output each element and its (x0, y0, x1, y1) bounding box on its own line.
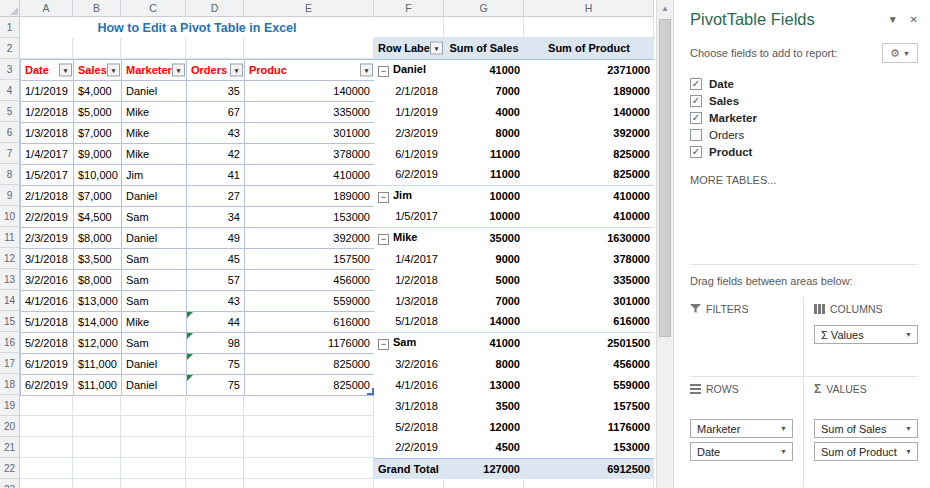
cell[interactable]: 1/2/2018 (21, 102, 74, 123)
cell[interactable]: $8,000 (74, 228, 122, 249)
pivot-product-value[interactable]: 825000 (524, 164, 654, 185)
cell[interactable]: 335000 (245, 102, 375, 123)
cell[interactable]: 1/3/2018 (21, 123, 74, 144)
cell[interactable]: Mike (122, 102, 187, 123)
vertical-scrollbar[interactable]: ▲ (656, 0, 673, 488)
field-item-sales[interactable]: ✓Sales (690, 92, 918, 109)
row-header-14[interactable]: 14 (0, 290, 20, 311)
cell[interactable]: Jim (122, 165, 187, 186)
pivot-product-value[interactable]: 153000 (524, 437, 654, 458)
pivot-product-value[interactable]: 157500 (524, 395, 654, 416)
collapse-button[interactable]: − (378, 66, 389, 77)
pivot-product-value[interactable]: 378000 (524, 248, 654, 269)
cell[interactable]: 75 (187, 354, 245, 375)
pivot-row-label[interactable]: Grand Total (374, 458, 444, 479)
cell[interactable]: 2/2/2019 (21, 207, 74, 228)
field-item-orders[interactable]: Orders (690, 126, 918, 143)
cell[interactable]: 825000 (245, 354, 375, 375)
pivot-sales-value[interactable]: 7000 (444, 80, 524, 101)
cell[interactable]: Daniel (122, 375, 187, 396)
cell[interactable]: Sam (122, 270, 187, 291)
column-filter-header[interactable]: Orders▾ (187, 60, 245, 81)
cell[interactable]: 43 (187, 123, 245, 144)
row-header-11[interactable]: 11 (0, 227, 20, 248)
pivot-row-label[interactable]: 1/4/2017 (374, 248, 444, 269)
pivot-product-value[interactable]: 392000 (524, 122, 654, 143)
pivot-sales-value[interactable]: 11000 (444, 143, 524, 164)
cell[interactable]: 4/1/2016 (21, 291, 74, 312)
dropdown-arrow-icon[interactable]: ▼ (905, 331, 912, 338)
row-header-10[interactable]: 10 (0, 206, 20, 227)
row-header-15[interactable]: 15 (0, 311, 20, 332)
cell[interactable]: 98 (187, 333, 245, 354)
cell[interactable]: 44 (187, 312, 245, 333)
dropdown-arrow-icon[interactable]: ▼ (780, 448, 787, 455)
cell[interactable]: 153000 (245, 207, 375, 228)
pivot-sales-value[interactable]: 10000 (444, 185, 524, 206)
column-header-A[interactable]: A (20, 0, 73, 17)
column-header-D[interactable]: D (186, 0, 244, 17)
row-header-4[interactable]: 4 (0, 80, 20, 101)
pane-options-icon[interactable]: ▼ (888, 14, 898, 25)
cell[interactable]: 49 (187, 228, 245, 249)
pivot-sales-value[interactable]: 127000 (444, 458, 524, 479)
rows-area[interactable]: ROWS Marketer▼Date▼ (690, 377, 804, 487)
pivot-row-label[interactable]: 5/2/2018 (374, 416, 444, 437)
row-header-22[interactable]: 22 (0, 458, 20, 479)
cell[interactable]: 301000 (245, 123, 375, 144)
cell[interactable]: 45 (187, 249, 245, 270)
column-header-H[interactable]: H (524, 0, 654, 17)
checkbox-checked[interactable]: ✓ (690, 112, 702, 124)
cell[interactable]: 67 (187, 102, 245, 123)
tools-button[interactable]: ⚙ ▼ (882, 43, 918, 63)
pivot-product-value[interactable]: 559000 (524, 374, 654, 395)
checkbox-checked[interactable]: ✓ (690, 78, 702, 90)
row-header-7[interactable]: 7 (0, 143, 20, 164)
pivot-sales-value[interactable]: 10000 (444, 206, 524, 227)
pivot-row-label[interactable]: −Daniel (374, 59, 444, 80)
cell[interactable]: Daniel (122, 228, 187, 249)
cell[interactable]: 5/1/2018 (21, 312, 74, 333)
field-pill[interactable]: Σ Values▼ (814, 325, 918, 344)
pivot-product-value[interactable]: 189000 (524, 80, 654, 101)
pivot-product-value[interactable]: 410000 (524, 185, 654, 206)
pivot-row-label[interactable]: 1/1/2019 (374, 101, 444, 122)
pivot-product-value[interactable]: 301000 (524, 290, 654, 311)
row-header-19[interactable]: 19 (0, 395, 20, 416)
cell[interactable]: Sam (122, 207, 187, 228)
pivot-sales-value[interactable]: 11000 (444, 164, 524, 185)
cell[interactable]: Sam (122, 249, 187, 270)
pivot-sales-value[interactable]: 5000 (444, 269, 524, 290)
sum-of-product-header[interactable]: Sum of Product (524, 38, 654, 59)
cell[interactable]: Mike (122, 123, 187, 144)
pivot-row-label[interactable]: 2/1/2018 (374, 80, 444, 101)
pivot-row-label[interactable]: −Sam (374, 332, 444, 353)
filter-dropdown-icon[interactable]: ▾ (230, 64, 243, 77)
select-all-button[interactable] (0, 0, 20, 17)
cell[interactable]: 57 (187, 270, 245, 291)
pivot-sales-value[interactable]: 4000 (444, 101, 524, 122)
cell[interactable]: 825000 (245, 375, 375, 396)
pivot-sales-value[interactable]: 8000 (444, 122, 524, 143)
collapse-button[interactable]: − (378, 339, 389, 350)
column-header-E[interactable]: E (244, 0, 374, 17)
cell[interactable]: 1176000 (245, 333, 375, 354)
column-header-C[interactable]: C (121, 0, 186, 17)
row-labels-header[interactable]: Row Labels▾ (374, 38, 444, 59)
pivot-sales-value[interactable]: 14000 (444, 311, 524, 332)
pivot-row-label[interactable]: 1/3/2018 (374, 290, 444, 311)
cell[interactable]: $3,500 (74, 249, 122, 270)
dropdown-arrow-icon[interactable]: ▼ (905, 448, 912, 455)
cell[interactable]: $9,000 (74, 144, 122, 165)
cell[interactable]: 27 (187, 186, 245, 207)
cell[interactable]: 1/4/2017 (21, 144, 74, 165)
field-item-date[interactable]: ✓Date (690, 75, 918, 92)
pivot-product-value[interactable]: 410000 (524, 206, 654, 227)
pivot-product-value[interactable]: 335000 (524, 269, 654, 290)
cell[interactable]: 616000 (245, 312, 375, 333)
cell[interactable]: $5,000 (74, 102, 122, 123)
scrollbar-thumb[interactable] (659, 19, 671, 337)
row-header-21[interactable]: 21 (0, 437, 20, 458)
dropdown-arrow-icon[interactable]: ▼ (780, 425, 787, 432)
row-header-5[interactable]: 5 (0, 101, 20, 122)
